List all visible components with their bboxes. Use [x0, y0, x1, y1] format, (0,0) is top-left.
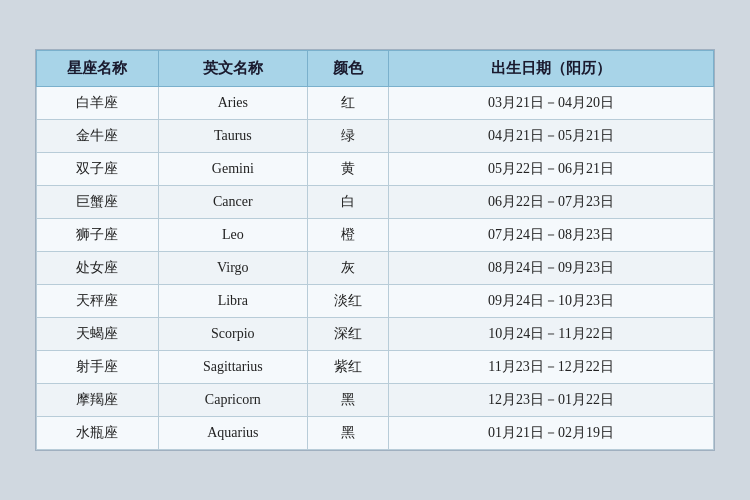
cell-english: Aquarius — [158, 417, 307, 450]
table-row: 射手座Sagittarius紫红11月23日－12月22日 — [37, 351, 714, 384]
table-row: 处女座Virgo灰08月24日－09月23日 — [37, 252, 714, 285]
cell-chinese: 双子座 — [37, 153, 159, 186]
table-row: 白羊座Aries红03月21日－04月20日 — [37, 87, 714, 120]
cell-english: Libra — [158, 285, 307, 318]
table-row: 巨蟹座Cancer白06月22日－07月23日 — [37, 186, 714, 219]
cell-color: 灰 — [307, 252, 388, 285]
cell-color: 绿 — [307, 120, 388, 153]
cell-english: Aries — [158, 87, 307, 120]
cell-english: Cancer — [158, 186, 307, 219]
table-row: 摩羯座Capricorn黑12月23日－01月22日 — [37, 384, 714, 417]
cell-color: 紫红 — [307, 351, 388, 384]
cell-date: 11月23日－12月22日 — [389, 351, 714, 384]
cell-color: 黑 — [307, 384, 388, 417]
cell-color: 淡红 — [307, 285, 388, 318]
header-color: 颜色 — [307, 51, 388, 87]
cell-date: 05月22日－06月21日 — [389, 153, 714, 186]
cell-color: 橙 — [307, 219, 388, 252]
cell-color: 黄 — [307, 153, 388, 186]
cell-chinese: 金牛座 — [37, 120, 159, 153]
header-chinese: 星座名称 — [37, 51, 159, 87]
cell-date: 07月24日－08月23日 — [389, 219, 714, 252]
cell-chinese: 处女座 — [37, 252, 159, 285]
cell-chinese: 摩羯座 — [37, 384, 159, 417]
cell-color: 深红 — [307, 318, 388, 351]
header-date: 出生日期（阳历） — [389, 51, 714, 87]
cell-english: Capricorn — [158, 384, 307, 417]
table-row: 天秤座Libra淡红09月24日－10月23日 — [37, 285, 714, 318]
cell-english: Scorpio — [158, 318, 307, 351]
cell-color: 白 — [307, 186, 388, 219]
table-row: 水瓶座Aquarius黑01月21日－02月19日 — [37, 417, 714, 450]
header-english: 英文名称 — [158, 51, 307, 87]
cell-english: Sagittarius — [158, 351, 307, 384]
cell-date: 06月22日－07月23日 — [389, 186, 714, 219]
cell-english: Leo — [158, 219, 307, 252]
table-row: 狮子座Leo橙07月24日－08月23日 — [37, 219, 714, 252]
cell-chinese: 狮子座 — [37, 219, 159, 252]
cell-chinese: 水瓶座 — [37, 417, 159, 450]
cell-date: 01月21日－02月19日 — [389, 417, 714, 450]
cell-chinese: 白羊座 — [37, 87, 159, 120]
cell-english: Virgo — [158, 252, 307, 285]
table-row: 天蝎座Scorpio深红10月24日－11月22日 — [37, 318, 714, 351]
cell-date: 04月21日－05月21日 — [389, 120, 714, 153]
table-header-row: 星座名称 英文名称 颜色 出生日期（阳历） — [37, 51, 714, 87]
cell-date: 10月24日－11月22日 — [389, 318, 714, 351]
cell-chinese: 天秤座 — [37, 285, 159, 318]
cell-date: 03月21日－04月20日 — [389, 87, 714, 120]
cell-chinese: 射手座 — [37, 351, 159, 384]
cell-english: Gemini — [158, 153, 307, 186]
cell-date: 12月23日－01月22日 — [389, 384, 714, 417]
table-row: 金牛座Taurus绿04月21日－05月21日 — [37, 120, 714, 153]
cell-english: Taurus — [158, 120, 307, 153]
cell-chinese: 天蝎座 — [37, 318, 159, 351]
cell-date: 09月24日－10月23日 — [389, 285, 714, 318]
cell-color: 黑 — [307, 417, 388, 450]
table-row: 双子座Gemini黄05月22日－06月21日 — [37, 153, 714, 186]
zodiac-table-container: 星座名称 英文名称 颜色 出生日期（阳历） 白羊座Aries红03月21日－04… — [35, 49, 715, 451]
zodiac-table: 星座名称 英文名称 颜色 出生日期（阳历） 白羊座Aries红03月21日－04… — [36, 50, 714, 450]
cell-color: 红 — [307, 87, 388, 120]
cell-chinese: 巨蟹座 — [37, 186, 159, 219]
cell-date: 08月24日－09月23日 — [389, 252, 714, 285]
